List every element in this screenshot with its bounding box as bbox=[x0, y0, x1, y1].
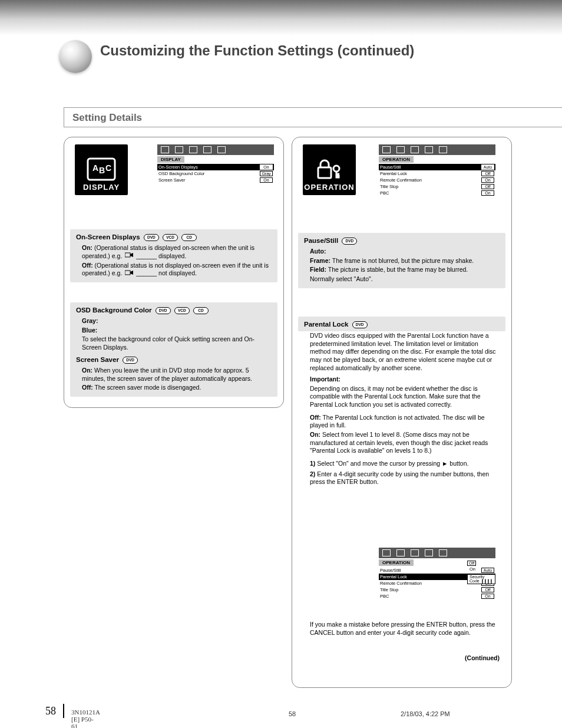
disc-tag: DVD bbox=[352, 321, 368, 328]
pl-on-text: Select from level 1 to level 8. (Some di… bbox=[310, 431, 488, 454]
item-on-screen-displays: On-Screen Displays DVD VCD CD On: (Opera… bbox=[70, 229, 277, 282]
disc-tag: VCD bbox=[163, 234, 178, 241]
pl-important-text: Depending on discs, it may not be eviden… bbox=[310, 385, 500, 409]
osd-tab-icons bbox=[379, 144, 495, 155]
pl-body: DVD video discs equipped with the Parent… bbox=[298, 332, 505, 491]
opt-on: On: bbox=[82, 244, 92, 251]
osd-row: Parental LockOff bbox=[379, 170, 495, 177]
svg-rect-6 bbox=[318, 167, 331, 178]
ss-off: Off: bbox=[82, 384, 93, 391]
pl-step2: Enter a 4-digit security code by using t… bbox=[310, 470, 489, 486]
svg-text:A: A bbox=[92, 163, 99, 173]
osd2-side: Off On Security Code ❙❙❙❙ bbox=[467, 561, 495, 585]
svg-point-7 bbox=[333, 166, 339, 172]
osd-row: Remote ConfirmationOn bbox=[379, 177, 495, 183]
ps-field-text: The picture is stable, but the frame may… bbox=[328, 266, 468, 273]
ps-frame: Frame: bbox=[310, 257, 330, 264]
ss-off-text: The screen saver mode is disengaged. bbox=[94, 384, 201, 391]
pl-on: On: bbox=[310, 431, 320, 438]
svg-rect-5 bbox=[125, 271, 130, 275]
disc-tag: CD bbox=[193, 307, 209, 314]
osd-row: PBCOn bbox=[379, 593, 495, 599]
osd2-off: Off bbox=[467, 561, 476, 566]
pl-continue-text: If you make a mistake before pressing th… bbox=[310, 621, 500, 637]
disc-tag: DVD bbox=[123, 357, 138, 364]
osd-row: On-Screen DisplaysOn bbox=[157, 164, 274, 170]
ss-on: On: bbox=[82, 367, 92, 374]
item-screen-saver: Screen Saver DVD On: When you leave the … bbox=[70, 352, 277, 397]
osd-bg-desc: To select the background color of Quick … bbox=[82, 335, 272, 351]
svg-rect-4 bbox=[125, 253, 130, 257]
angle-icon bbox=[125, 270, 133, 278]
item-parental-lock: Parental Lock DVD bbox=[298, 317, 505, 331]
lock-key-icon bbox=[315, 157, 344, 183]
disc-tag: DVD bbox=[342, 238, 357, 245]
header-gradient bbox=[0, 0, 562, 35]
osd-section-label: DISPLAY bbox=[157, 156, 184, 163]
panel-operation: OPERATION OPERATION Pause/StillAutoParen… bbox=[292, 137, 512, 688]
page-footer: 58 3N10121A [E] P50-61 bbox=[45, 705, 56, 717]
operation-mode-icon: OPERATION bbox=[303, 144, 356, 195]
footer-stamp: 2/18/03, 4:22 PM bbox=[401, 710, 450, 717]
osd-tab-icons bbox=[379, 548, 495, 558]
angle-icon bbox=[125, 252, 133, 261]
abc-monitor-icon: A B C bbox=[85, 157, 117, 183]
osd-row: Screen SaverOn bbox=[157, 177, 274, 183]
ps-frame-text: The frame is not blurred, but the pictur… bbox=[332, 257, 474, 264]
ps-foot: Normally select "Auto". bbox=[310, 275, 500, 284]
ss-title: Screen Saver bbox=[76, 356, 119, 363]
osd-bg-title: OSD Background Color bbox=[76, 307, 151, 314]
display-mode-icon: A B C DISPLAY bbox=[75, 144, 128, 195]
header-bullet bbox=[59, 40, 92, 73]
opt-gray: Gray: bbox=[82, 317, 98, 324]
continued-label: (Continued) bbox=[310, 654, 500, 663]
opt-on-foot: ______ displayed. bbox=[136, 252, 186, 259]
opt-blue: Blue: bbox=[82, 327, 97, 334]
panel-display: A B C DISPLAY DISPLAY On-Screen Displays… bbox=[64, 137, 284, 408]
section-header: Setting Details bbox=[64, 107, 562, 127]
pl-off-text: The Parental Lock function is not activa… bbox=[310, 414, 485, 429]
pl-title: Parental Lock bbox=[304, 321, 348, 328]
osd-tab-icons bbox=[157, 144, 274, 155]
footer-page-repeat: 58 bbox=[289, 710, 296, 717]
footer-gateway: 3N10121A [E] P50-61 bbox=[71, 709, 100, 728]
operation-osd2-preview: OPERATION Pause/StillAutoParental LockOf… bbox=[379, 548, 495, 599]
osd-row: OSD Background ColorGray bbox=[157, 170, 274, 177]
page-number: 58 bbox=[45, 705, 56, 717]
osd-row: Title StopOff bbox=[379, 587, 495, 593]
pl-off: Off: bbox=[310, 414, 321, 421]
section-title: Setting Details bbox=[72, 112, 142, 123]
display-osd-rows: On-Screen DisplaysOnOSD Background Color… bbox=[157, 164, 274, 183]
svg-text:C: C bbox=[105, 163, 112, 173]
opt-off-foot: ______ not displayed. bbox=[136, 269, 197, 276]
disc-tag: DVD bbox=[156, 307, 171, 314]
osd-section-label: OPERATION bbox=[379, 559, 414, 566]
osd-row: Pause/StillAuto bbox=[379, 164, 495, 170]
opt-off: Off: bbox=[82, 262, 93, 269]
osd2-security-label: Security Code ❙❙❙❙ bbox=[467, 574, 495, 584]
operation-mode-label: OPERATION bbox=[304, 183, 354, 192]
item-osd-bg-color: OSD Background Color DVD VCD CD Gray: Bl… bbox=[70, 302, 277, 357]
osd-row: Title StopOff bbox=[379, 183, 495, 190]
pl-desc: DVD video discs equipped with the Parent… bbox=[310, 332, 500, 372]
pl-step2-num: 2) bbox=[310, 470, 315, 477]
osd-row: PBCOn bbox=[379, 190, 495, 196]
disc-tag: CD bbox=[181, 234, 197, 241]
osd2-on: On bbox=[470, 566, 475, 572]
osd-section-label: OPERATION bbox=[379, 156, 414, 163]
svg-text:B: B bbox=[99, 166, 105, 175]
pl-important-label: Important: bbox=[310, 375, 340, 383]
operation-osd-rows: Pause/StillAutoParental LockOffRemote Co… bbox=[379, 164, 495, 196]
operation-osd-preview: OPERATION Pause/StillAutoParental LockOf… bbox=[379, 144, 495, 196]
pl-step1-num: 1) bbox=[310, 460, 315, 467]
disc-tag: DVD bbox=[144, 234, 159, 241]
pl-continue-body: If you make a mistake before pressing th… bbox=[298, 621, 505, 667]
osd-item-title: On-Screen Displays bbox=[76, 233, 140, 241]
ps-field: Field: bbox=[310, 266, 326, 273]
ps-title: Pause/Still bbox=[304, 237, 338, 244]
display-osd-preview: DISPLAY On-Screen DisplaysOnOSD Backgrou… bbox=[157, 144, 274, 183]
item-pause-still: Pause/Still DVD Auto: Frame: The frame i… bbox=[298, 233, 505, 288]
page-title: Customizing the Function Settings (conti… bbox=[100, 42, 414, 59]
ss-on-text: When you leave the unit in DVD stop mode… bbox=[82, 367, 252, 382]
pl-step1: Select "On" and move the cursor by press… bbox=[317, 460, 468, 467]
